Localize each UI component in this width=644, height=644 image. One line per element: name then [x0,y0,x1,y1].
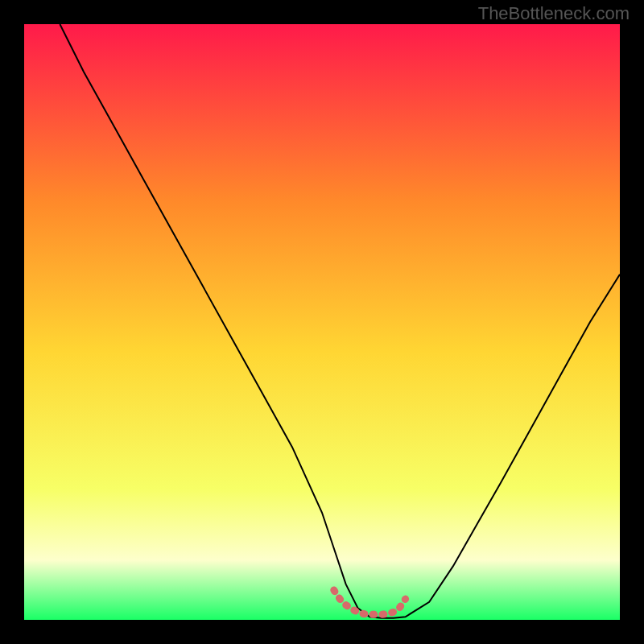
plot-area [24,24,620,620]
gradient-background [24,24,620,620]
chart-svg [24,24,620,620]
chart-container: TheBottleneck.com [0,0,644,644]
watermark-text: TheBottleneck.com [478,3,630,24]
